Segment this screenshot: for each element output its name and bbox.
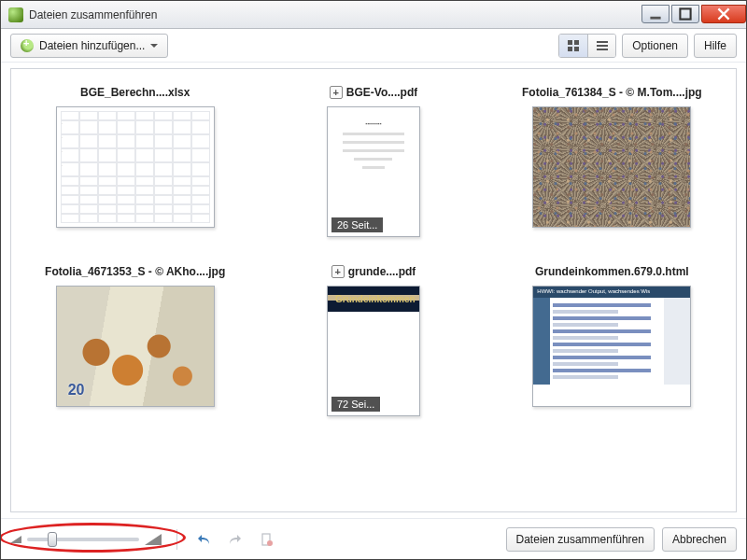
svg-rect-6	[597, 41, 608, 43]
window-titlebar: Dateien zusammenführen	[1, 1, 746, 29]
file-name: Fotolia_761384_S - © M.Tom....jpg	[522, 86, 702, 99]
file-name: BGE_Berechn....xlsx	[80, 86, 190, 99]
svg-rect-0	[650, 17, 660, 20]
svg-rect-5	[574, 47, 579, 51]
file-thumbnail: HWWI: wachsender Output, wachsendes Wis	[532, 286, 691, 407]
thumb-title: Grundeinkommen	[335, 294, 412, 304]
pdf-preview: Grundeinkommen	[328, 287, 419, 312]
thumbnail-size-slider[interactable]	[27, 538, 139, 541]
maximize-button[interactable]	[671, 5, 699, 23]
file-name: Grundeinkommen.679.0.html	[535, 265, 689, 278]
file-list-area[interactable]: BGE_Berechn....xlsx · · · · +	[10, 68, 737, 512]
html-preview: HWWI: wachsender Output, wachsendes Wis	[533, 287, 690, 385]
svg-rect-3	[574, 40, 579, 45]
minimize-icon	[649, 7, 662, 21]
file-thumbnail: Grundeinkommen 72 Sei...	[327, 286, 420, 416]
page-count-badge: 72 Sei...	[331, 397, 380, 412]
grid-icon	[567, 39, 580, 52]
file-thumbnail: ········· 26 Seit...	[327, 106, 420, 237]
svg-point-10	[267, 540, 273, 546]
undo-icon	[196, 532, 211, 547]
remove-button[interactable]	[256, 528, 278, 551]
file-item[interactable]: Fotolia_4671353_S - © AKho....jpg	[21, 265, 249, 416]
redo-button[interactable]	[224, 528, 247, 551]
app-icon	[8, 7, 23, 22]
file-thumbnail: · · · ·	[56, 106, 215, 228]
separator	[176, 529, 177, 550]
file-thumbnail	[56, 286, 215, 407]
view-thumbnails-button[interactable]	[559, 35, 587, 57]
page-count-badge: 26 Seit...	[331, 217, 383, 232]
zoom-large-icon	[145, 534, 162, 545]
expand-pages-icon[interactable]: +	[331, 265, 345, 278]
cancel-button[interactable]: Abbrechen	[662, 527, 737, 552]
file-item[interactable]: Fotolia_761384_S - © M.Tom....jpg	[498, 86, 726, 237]
html-header-bar: HWWI: wachsender Output, wachsendes Wis	[533, 287, 690, 298]
file-item[interactable]: BGE_Berechn....xlsx · · · ·	[21, 86, 249, 237]
view-list-button[interactable]	[587, 35, 615, 57]
file-name: grunde....pdf	[348, 265, 416, 278]
file-item[interactable]: Grundeinkommen.679.0.html HWWI: wachsend…	[498, 265, 726, 416]
close-button[interactable]	[701, 5, 746, 23]
file-item[interactable]: + BGE-Vo....pdf ········· 26 Seit...	[259, 86, 487, 237]
window-title: Dateien zusammenführen	[29, 8, 157, 21]
combine-label: Dateien zusammenführen	[516, 533, 644, 546]
zoom-small-icon	[10, 536, 21, 543]
options-button[interactable]: Optionen	[622, 34, 688, 58]
bottom-bar: Dateien zusammenführen Abbrechen	[1, 518, 746, 559]
help-label: Hilfe	[704, 39, 726, 52]
svg-rect-4	[568, 47, 572, 51]
add-files-label: Dateien hinzufügen...	[39, 39, 145, 52]
add-icon	[21, 39, 34, 52]
document-remove-icon	[260, 532, 275, 547]
close-icon	[717, 7, 730, 21]
file-grid: BGE_Berechn....xlsx · · · · +	[21, 86, 726, 416]
combine-files-button[interactable]: Dateien zusammenführen	[506, 527, 655, 552]
options-label: Optionen	[632, 39, 678, 52]
svg-rect-2	[568, 40, 572, 45]
minimize-button[interactable]	[641, 5, 669, 23]
spreadsheet-preview: · · · ·	[57, 107, 214, 227]
file-item[interactable]: + grunde....pdf Grundeinkommen 72 Sei...	[259, 265, 487, 416]
pdf-preview: ·········	[328, 107, 419, 182]
svg-rect-8	[597, 49, 608, 50]
svg-rect-1	[680, 8, 690, 19]
expand-pages-icon[interactable]: +	[330, 86, 343, 99]
add-files-button[interactable]: Dateien hinzufügen...	[10, 34, 168, 58]
file-thumbnail	[532, 106, 691, 228]
svg-rect-7	[597, 45, 608, 47]
list-icon	[596, 39, 609, 52]
maximize-icon	[679, 7, 692, 21]
redo-icon	[228, 532, 243, 547]
window-controls	[641, 6, 746, 23]
slider-knob[interactable]	[48, 532, 57, 547]
dropdown-caret-icon	[150, 44, 158, 48]
toolbar: Dateien hinzufügen... Optionen Hilfe	[1, 29, 746, 63]
cancel-label: Abbrechen	[672, 533, 726, 546]
file-name: Fotolia_4671353_S - © AKho....jpg	[45, 265, 225, 278]
help-button[interactable]: Hilfe	[694, 34, 737, 58]
file-name: BGE-Vo....pdf	[346, 86, 417, 99]
view-mode-group	[558, 34, 616, 58]
undo-button[interactable]	[192, 528, 215, 551]
thumbnail-size-control	[10, 534, 162, 545]
